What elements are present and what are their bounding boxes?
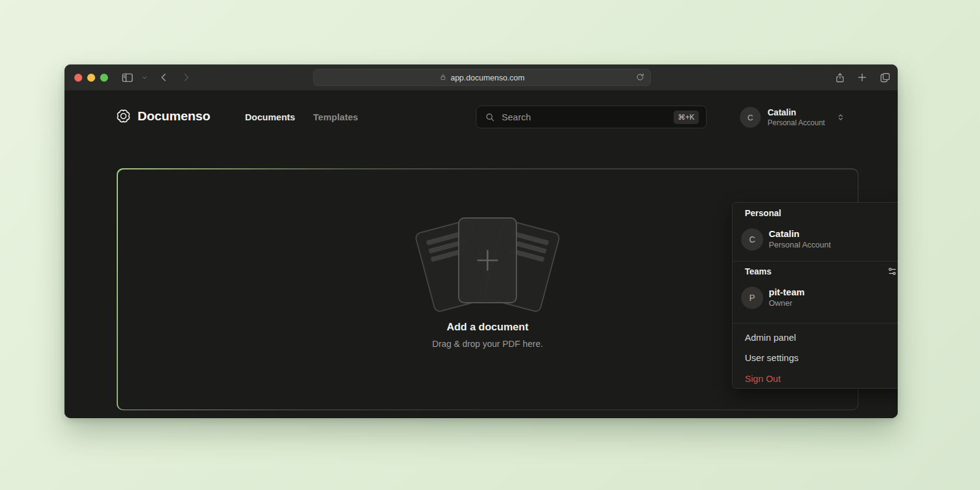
browser-window: app.documenso.com (64, 64, 898, 418)
search-input[interactable]: Search ⌘+K (476, 106, 707, 128)
tab-overview-icon[interactable] (877, 70, 892, 85)
screen: app.documenso.com (0, 0, 980, 490)
minimize-window-button[interactable] (87, 74, 95, 82)
menu-item-admin-panel[interactable]: Admin panel (733, 329, 898, 346)
sidebar-toggle-icon[interactable] (120, 70, 134, 85)
documents-illustration (414, 216, 561, 314)
new-tab-icon[interactable] (855, 70, 869, 85)
url-text: app.documenso.com (451, 73, 525, 82)
team-name: pit-team (769, 287, 804, 297)
account-menu-button[interactable]: C Catalin Personal Account (740, 107, 850, 128)
document-card-add (458, 217, 517, 303)
search-placeholder: Search (502, 112, 531, 122)
address-bar[interactable]: app.documenso.com (313, 69, 651, 86)
team-subtitle: Owner (769, 298, 792, 308)
menu-divider (733, 323, 898, 324)
zoom-window-button[interactable] (100, 74, 108, 82)
avatar: C (740, 107, 761, 128)
plus-icon (475, 247, 500, 273)
close-window-button[interactable] (74, 74, 82, 82)
brand-name: Documenso (138, 109, 210, 123)
browser-toolbar: app.documenso.com (64, 64, 898, 90)
personal-heading: Personal (745, 208, 781, 218)
account-subtitle: Personal Account (768, 119, 825, 127)
teams-heading: Teams (745, 266, 771, 276)
personal-subtitle: Personal Account (769, 240, 831, 249)
nav-templates[interactable]: Templates (313, 112, 358, 122)
manage-teams-icon[interactable] (887, 266, 897, 276)
reload-icon[interactable] (636, 72, 645, 84)
back-icon[interactable] (157, 70, 171, 85)
search-shortcut-badge: ⌘+K (674, 111, 699, 124)
lock-icon (440, 74, 446, 81)
personal-avatar: C (741, 228, 763, 251)
share-icon[interactable] (833, 70, 847, 85)
personal-name: Catalin (769, 228, 799, 239)
search-icon (485, 112, 495, 122)
account-name: Catalin (768, 107, 796, 117)
nav-documents[interactable]: Documents (245, 112, 295, 122)
forward-icon (179, 70, 193, 85)
chevrons-up-down-icon (836, 112, 845, 125)
menu-item-sign-out[interactable]: Sign Out (733, 370, 898, 387)
brand[interactable]: Documenso (115, 108, 210, 124)
chevron-down-icon[interactable] (139, 70, 149, 85)
team-avatar: P (741, 287, 763, 309)
documenso-logo-icon (115, 108, 131, 124)
menu-item-user-settings[interactable]: User settings (733, 349, 898, 367)
menu-divider (733, 261, 898, 262)
account-dropdown-menu: Personal C Catalin Personal Account Team… (732, 202, 898, 389)
